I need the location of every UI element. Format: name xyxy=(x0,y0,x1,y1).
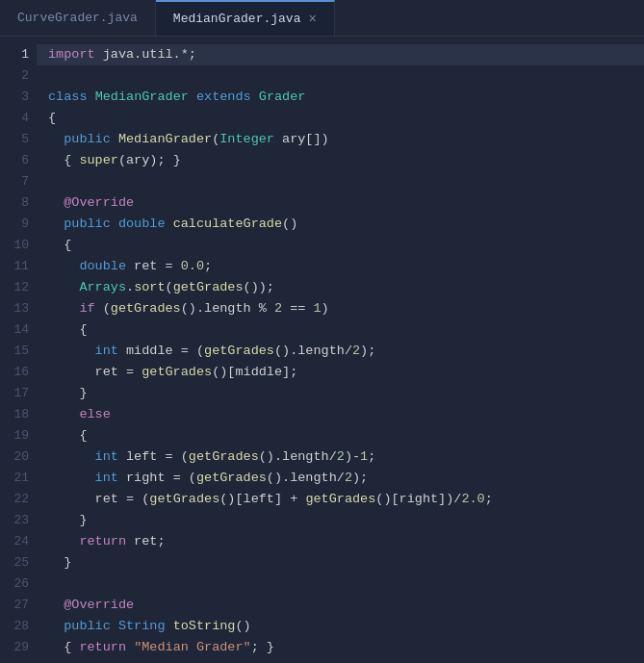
token: 1 xyxy=(360,449,368,464)
token: getGrades xyxy=(204,344,274,358)
token: { xyxy=(48,238,71,252)
code-line: class MedianGrader extends Grader xyxy=(48,89,305,104)
token: ret; xyxy=(126,534,166,548)
token: 2.0 xyxy=(461,492,484,506)
token: MedianGrader xyxy=(118,132,212,146)
code-line: return ret; xyxy=(48,534,166,548)
token: { xyxy=(48,640,79,654)
token: else xyxy=(79,407,110,421)
code-line: { xyxy=(48,111,56,125)
line-numbers: 1234567891011121314151617181920212223242… xyxy=(0,37,37,663)
token: getGrades xyxy=(189,449,259,464)
token: left = ( xyxy=(118,449,189,464)
line-number: 23 xyxy=(0,510,29,531)
code-line: double ret = 0.0; xyxy=(48,259,212,273)
token: 1 xyxy=(313,301,321,316)
token xyxy=(111,619,118,633)
code-line: public String toString() xyxy=(48,619,251,633)
token: public xyxy=(64,619,111,633)
token: public xyxy=(64,132,111,146)
token: getGrades xyxy=(142,365,212,379)
tab-curvegrader[interactable]: CurveGrader.java xyxy=(0,0,156,36)
line-number: 5 xyxy=(0,129,29,150)
token: double xyxy=(118,217,166,231)
line-number: 28 xyxy=(0,616,29,637)
line-number: 6 xyxy=(0,150,29,171)
token: () xyxy=(282,217,297,231)
token: . xyxy=(126,280,134,294)
token: )- xyxy=(345,449,360,464)
token xyxy=(48,619,64,633)
line-number: 8 xyxy=(0,192,29,214)
token: middle = ( xyxy=(118,344,204,358)
token: ()[left] + xyxy=(219,492,305,506)
token: int xyxy=(95,449,118,464)
token: } xyxy=(48,513,88,527)
code-line: if (getGrades().length % 2 == 1) xyxy=(48,301,329,316)
line-number: 14 xyxy=(0,319,29,341)
line-number: 18 xyxy=(0,404,29,425)
token xyxy=(126,640,134,654)
code-line: Arrays.sort(getGrades()); xyxy=(48,280,274,294)
code-line xyxy=(48,576,56,591)
token xyxy=(111,217,118,231)
token: double xyxy=(79,259,126,273)
token: if xyxy=(79,301,94,316)
token: ); xyxy=(360,344,375,358)
token: calculateGrade xyxy=(173,217,282,231)
token xyxy=(48,344,95,358)
token xyxy=(48,132,64,146)
token: getGrades xyxy=(149,492,219,506)
token: sort xyxy=(134,280,165,294)
code-line: { xyxy=(48,322,88,337)
token xyxy=(48,301,79,316)
token xyxy=(111,132,118,146)
token: == xyxy=(282,301,313,316)
token: getGrades xyxy=(305,492,375,506)
line-number: 16 xyxy=(0,362,29,383)
code-line: ret = getGrades()[middle]; xyxy=(48,365,297,379)
line-number: 21 xyxy=(0,468,29,489)
token: } xyxy=(48,386,88,400)
token xyxy=(48,407,79,421)
token: ret = xyxy=(126,259,181,273)
line-number: 7 xyxy=(0,171,29,192)
token: ( xyxy=(95,301,111,316)
code-line: { xyxy=(48,428,88,443)
token: java.util.*; xyxy=(95,47,196,62)
token: ( xyxy=(166,280,173,294)
line-number: 20 xyxy=(0,446,29,468)
token: { xyxy=(48,111,56,125)
code-line: int left = (getGrades().length/2)-1; xyxy=(48,449,375,464)
token: "Median Grader" xyxy=(134,640,251,654)
token xyxy=(48,217,64,231)
code-line: ret = (getGrades()[left] + getGrades()[r… xyxy=(48,492,493,506)
line-number: 9 xyxy=(0,214,29,235)
code-line: { xyxy=(48,238,71,252)
code-line: import java.util.*; xyxy=(37,44,644,65)
token: 0.0 xyxy=(181,259,204,273)
line-number: 12 xyxy=(0,277,29,298)
token: return xyxy=(79,640,126,654)
code-area: 1234567891011121314151617181920212223242… xyxy=(0,37,644,663)
token: ; xyxy=(204,259,212,273)
token: extends xyxy=(196,89,251,104)
tab-mediangrader[interactable]: MedianGrader.java × xyxy=(156,0,335,36)
line-number: 25 xyxy=(0,552,29,574)
token: ()[right])/ xyxy=(375,492,461,506)
code-content[interactable]: import java.util.*; class MedianGrader e… xyxy=(37,37,644,663)
token: ; xyxy=(368,449,375,464)
token: import xyxy=(48,47,95,62)
token: 2 xyxy=(337,449,345,464)
token xyxy=(48,195,64,210)
token xyxy=(189,89,196,104)
token: getGrades xyxy=(111,301,181,316)
close-icon[interactable]: × xyxy=(308,12,316,27)
token: int xyxy=(95,471,118,485)
line-number: 10 xyxy=(0,235,29,256)
token: String xyxy=(118,619,166,633)
token: toString xyxy=(173,619,236,633)
line-number: 11 xyxy=(0,256,29,277)
code-line: @Override xyxy=(48,598,134,612)
code-line: int middle = (getGrades().length/2); xyxy=(48,344,375,358)
